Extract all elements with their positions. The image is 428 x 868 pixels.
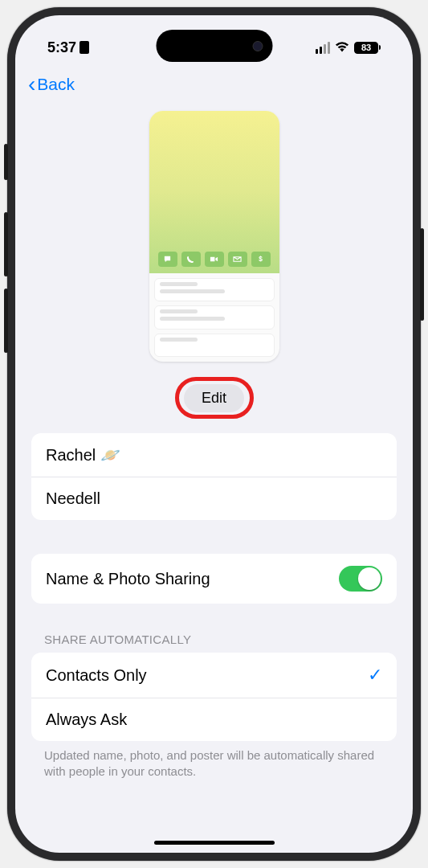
annotation-highlight xyxy=(175,377,254,419)
contact-card-icon xyxy=(79,41,89,54)
video-icon xyxy=(205,252,224,267)
pay-icon: $ xyxy=(251,252,271,267)
chevron-left-icon: ‹ xyxy=(28,73,35,96)
volume-down xyxy=(4,289,8,353)
back-button[interactable]: ‹ Back xyxy=(28,73,75,96)
contact-poster-preview[interactable]: $ xyxy=(149,111,279,362)
clock: 5:37 xyxy=(47,39,76,56)
power-button xyxy=(420,228,424,321)
name-photo-sharing-row[interactable]: Name & Photo Sharing xyxy=(31,554,397,604)
message-icon xyxy=(158,252,177,267)
battery-indicator: 83 xyxy=(354,42,381,54)
screen: 5:37 83 ‹ Back xyxy=(15,15,413,853)
home-indicator[interactable] xyxy=(154,841,275,845)
back-label: Back xyxy=(37,75,75,94)
first-name-value: Rachel 🪐 xyxy=(46,445,120,465)
sharing-section: Name & Photo Sharing xyxy=(31,554,397,604)
name-section: Rachel 🪐 Needell xyxy=(31,433,397,520)
option-label: Always Ask xyxy=(46,710,127,729)
poster-info-skeleton xyxy=(149,273,279,362)
battery-percentage: 83 xyxy=(354,42,378,54)
phone-frame: 5:37 83 ‹ Back xyxy=(7,7,421,861)
share-automatically-section: Contacts Only ✓ Always Ask xyxy=(31,653,397,741)
share-footer-text: Updated name, photo, and poster will be … xyxy=(15,741,413,780)
front-camera xyxy=(252,41,263,51)
last-name-field[interactable]: Needell xyxy=(31,477,397,520)
dynamic-island xyxy=(156,30,272,62)
phone-icon xyxy=(181,252,201,267)
cellular-signal-icon xyxy=(316,42,330,54)
mail-icon xyxy=(228,252,247,267)
poster-action-row: $ xyxy=(149,252,279,267)
option-always-ask[interactable]: Always Ask xyxy=(31,698,397,741)
sharing-label: Name & Photo Sharing xyxy=(46,570,210,588)
share-automatically-header: SHARE AUTOMATICALLY xyxy=(15,633,413,646)
last-name-value: Needell xyxy=(46,489,100,508)
option-label: Contacts Only xyxy=(46,666,147,685)
option-contacts-only[interactable]: Contacts Only ✓ xyxy=(31,653,397,698)
checkmark-icon: ✓ xyxy=(368,665,382,686)
switch-knob xyxy=(358,567,381,590)
svg-text:$: $ xyxy=(259,256,263,263)
first-name-field[interactable]: Rachel 🪐 xyxy=(31,433,397,477)
wifi-icon xyxy=(335,42,349,53)
sharing-toggle[interactable] xyxy=(339,566,382,592)
nav-bar: ‹ Back xyxy=(15,62,413,107)
silent-switch xyxy=(4,144,8,180)
volume-up xyxy=(4,212,8,276)
poster-gradient: $ xyxy=(149,111,279,273)
